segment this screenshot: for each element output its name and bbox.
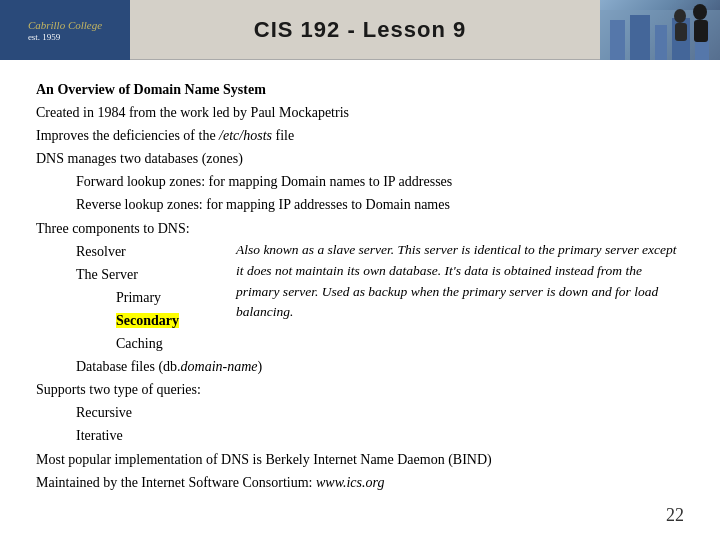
logo-area: Cabrillo College est. 1959 <box>0 0 130 60</box>
three-components-line: Three components to DNS: <box>36 217 684 240</box>
slide-title: CIS 192 - Lesson 9 <box>254 17 466 43</box>
domain-name-italic: domain-name <box>181 359 258 374</box>
svg-rect-7 <box>694 20 708 42</box>
supports-line: Supports two type of queries: <box>36 378 684 401</box>
primary-item: Primary <box>116 286 236 309</box>
maintained-line: Maintained by the Internet Software Cons… <box>36 471 684 494</box>
reverse-lookup-line: Reverse lookup zones: for mapping IP add… <box>76 193 684 216</box>
components-section: Resolver The Server Primary Secondary Ca… <box>36 240 684 355</box>
dns-manages-line: DNS manages two databases (zones) <box>36 147 684 170</box>
svg-rect-1 <box>610 20 625 60</box>
caching-item: Caching <box>116 332 236 355</box>
components-labels: Resolver The Server Primary Secondary Ca… <box>36 240 236 355</box>
header: Cabrillo College est. 1959 CIS 192 - Les… <box>0 0 720 60</box>
database-files-line: Database files (db.domain-name) <box>76 355 684 378</box>
college-year: est. 1959 <box>28 32 102 42</box>
created-line: Created in 1984 from the work led by Pau… <box>36 101 684 124</box>
callout-text: Also known as a slave server. This serve… <box>236 240 684 324</box>
overview-line: An Overview of Domain Name System <box>36 78 684 101</box>
page-number: 22 <box>666 505 684 526</box>
iterative-item: Iterative <box>76 424 684 447</box>
header-silhouette-icon <box>600 0 720 60</box>
college-name: Cabrillo College <box>28 18 102 32</box>
secondary-highlight: Secondary <box>116 313 179 328</box>
main-content: An Overview of Domain Name System Create… <box>0 60 720 506</box>
server-item: The Server <box>76 263 236 286</box>
website-url: www.ics.org <box>316 475 384 490</box>
svg-rect-9 <box>675 23 687 41</box>
recursive-item: Recursive <box>76 401 684 424</box>
secondary-item: Secondary <box>116 309 236 332</box>
resolver-item: Resolver <box>76 240 236 263</box>
header-decoration <box>600 0 720 60</box>
forward-lookup-line: Forward lookup zones: for mapping Domain… <box>76 170 684 193</box>
bind-line: Most popular implementation of DNS is Be… <box>36 448 684 471</box>
improves-line: Improves the deficiencies of the /etc/ho… <box>36 124 684 147</box>
svg-point-8 <box>674 9 686 23</box>
svg-point-6 <box>693 4 707 20</box>
svg-rect-2 <box>630 15 650 60</box>
hosts-file-italic: /etc/hosts <box>219 128 272 143</box>
svg-rect-3 <box>655 25 667 60</box>
